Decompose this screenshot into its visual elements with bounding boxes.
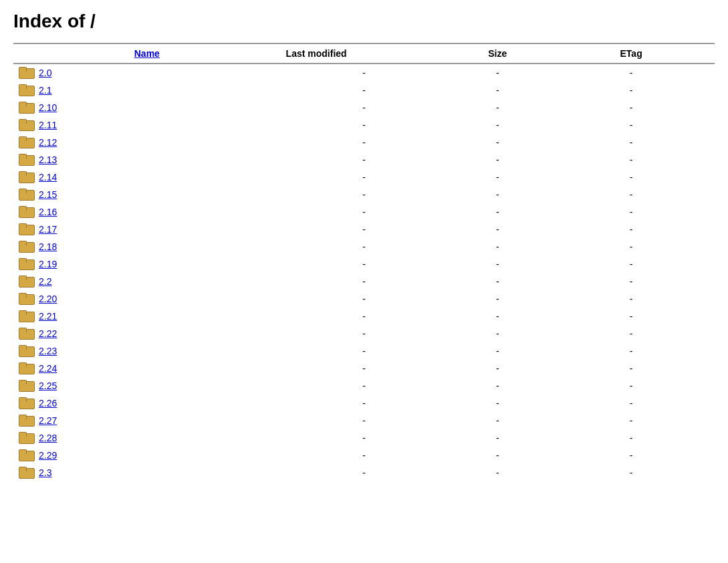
size-cell: - [447, 273, 548, 290]
etag-cell: - [548, 186, 715, 203]
directory-link[interactable]: 2.17 [39, 224, 57, 235]
column-header-name: Name [13, 43, 281, 64]
folder-icon [19, 189, 33, 201]
etag-cell: - [548, 308, 715, 325]
directory-link[interactable]: 2.2 [39, 276, 51, 287]
etag-cell: - [548, 429, 715, 447]
modified-cell: - [281, 464, 448, 481]
table-row: 2.10--- [13, 99, 715, 116]
size-cell: - [447, 203, 548, 221]
table-row: 2.1--- [13, 82, 715, 99]
folder-icon [19, 241, 33, 253]
etag-cell: - [548, 273, 715, 290]
modified-cell: - [281, 377, 448, 395]
etag-cell: - [548, 238, 715, 255]
folder-icon [19, 380, 33, 392]
column-header-size: Size [447, 43, 548, 64]
etag-cell: - [548, 377, 715, 395]
modified-cell: - [281, 308, 448, 325]
directory-link[interactable]: 2.13 [39, 154, 57, 165]
folder-icon [19, 67, 33, 79]
directory-link[interactable]: 2.11 [39, 120, 57, 130]
size-cell: - [447, 342, 548, 360]
folder-icon [19, 84, 33, 96]
name-sort-link[interactable]: Name [134, 48, 160, 59]
size-cell: - [447, 221, 548, 238]
etag-cell: - [548, 151, 715, 168]
table-row: 2.16--- [13, 203, 715, 221]
size-cell: - [447, 238, 548, 255]
etag-cell: - [548, 255, 715, 273]
modified-cell: - [281, 186, 448, 203]
modified-cell: - [281, 116, 448, 134]
modified-cell: - [281, 290, 448, 308]
table-row: 2.11--- [13, 116, 715, 134]
modified-cell: - [281, 203, 448, 221]
size-cell: - [447, 290, 548, 308]
directory-link[interactable]: 2.25 [39, 380, 57, 391]
directory-link[interactable]: 2.27 [39, 415, 57, 426]
modified-cell: - [281, 64, 448, 82]
table-row: 2.0--- [13, 64, 715, 82]
table-row: 2.17--- [13, 221, 715, 238]
folder-icon [19, 415, 33, 427]
etag-cell: - [548, 360, 715, 377]
directory-link[interactable]: 2.15 [39, 189, 57, 200]
etag-cell: - [548, 412, 715, 429]
folder-icon [19, 328, 33, 340]
folder-icon [19, 449, 33, 461]
etag-cell: - [548, 64, 715, 82]
table-row: 2.23--- [13, 342, 715, 360]
size-cell: - [447, 412, 548, 429]
size-cell: - [447, 116, 548, 134]
etag-cell: - [548, 342, 715, 360]
table-row: 2.15--- [13, 186, 715, 203]
size-cell: - [447, 360, 548, 377]
directory-listing-table: Name Last modified Size ETag 2.0---2.1--… [13, 43, 715, 481]
directory-link[interactable]: 2.16 [39, 207, 57, 217]
directory-link[interactable]: 2.1 [39, 85, 51, 96]
directory-link[interactable]: 2.20 [39, 294, 57, 304]
folder-icon [19, 154, 33, 166]
size-cell: - [447, 308, 548, 325]
etag-cell: - [548, 325, 715, 342]
directory-link[interactable]: 2.21 [39, 311, 57, 322]
directory-link[interactable]: 2.23 [39, 346, 57, 356]
directory-link[interactable]: 2.24 [39, 363, 57, 374]
folder-icon [19, 345, 33, 357]
etag-cell: - [548, 116, 715, 134]
etag-cell: - [548, 464, 715, 481]
directory-link[interactable]: 2.26 [39, 398, 57, 409]
directory-link[interactable]: 2.18 [39, 241, 57, 252]
directory-link[interactable]: 2.29 [39, 450, 57, 461]
table-row: 2.27--- [13, 412, 715, 429]
directory-link[interactable]: 2.14 [39, 172, 57, 183]
modified-cell: - [281, 447, 448, 464]
etag-cell: - [548, 395, 715, 412]
size-cell: - [447, 325, 548, 342]
folder-icon [19, 293, 33, 305]
modified-cell: - [281, 134, 448, 151]
size-cell: - [447, 99, 548, 116]
size-cell: - [447, 464, 548, 481]
size-cell: - [447, 64, 548, 82]
modified-cell: - [281, 273, 448, 290]
etag-cell: - [548, 99, 715, 116]
directory-link[interactable]: 2.0 [39, 68, 51, 78]
directory-link[interactable]: 2.3 [39, 467, 51, 478]
directory-link[interactable]: 2.10 [39, 102, 57, 113]
directory-link[interactable]: 2.12 [39, 137, 57, 148]
table-row: 2.26--- [13, 395, 715, 412]
table-row: 2.14--- [13, 168, 715, 186]
directory-link[interactable]: 2.19 [39, 259, 57, 269]
directory-link[interactable]: 2.28 [39, 433, 57, 443]
column-header-modified: Last modified [281, 43, 448, 64]
folder-icon [19, 362, 33, 374]
modified-cell: - [281, 221, 448, 238]
etag-cell: - [548, 168, 715, 186]
modified-cell: - [281, 325, 448, 342]
folder-icon [19, 432, 33, 444]
directory-link[interactable]: 2.22 [39, 328, 57, 339]
folder-icon [19, 171, 33, 183]
modified-cell: - [281, 255, 448, 273]
